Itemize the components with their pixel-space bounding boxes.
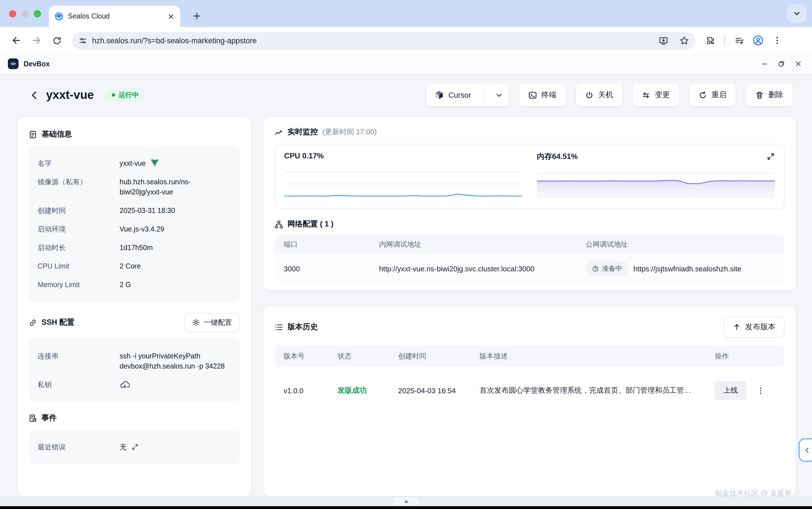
basic-info-panel: 名字 yxxt-vue 镜像源（私有） hub.hzh.sealos.run/n… <box>29 146 240 302</box>
url-text[interactable]: hzh.sealos.run/?s=bd-sealos-marketing-ap… <box>92 36 650 45</box>
version-history-card: 版本历史 发布版本 版本号 状态 创建时间 版本描述 操作 v1.0.0 发版成… <box>263 306 796 497</box>
bottom-dock-bar <box>0 496 812 506</box>
row-label: 创建时间 <box>38 205 119 215</box>
info-row-memory: Memory Limit 2 G <box>38 275 231 294</box>
memory-chart[interactable]: 内存64.51% <box>537 152 775 201</box>
network-table-row: 3000 http://yxxt-vue.ns-biwi20jg.svc.clu… <box>275 254 784 283</box>
monitor-chart-icon <box>275 128 283 136</box>
external-address-value[interactable]: https://jsjtswfniadh.sealoshzh.site <box>633 264 741 273</box>
delete-button[interactable]: 删除 <box>746 83 793 107</box>
events-title: 事件 <box>41 413 57 423</box>
external-address-column-header: 公网调试地址 <box>577 240 784 249</box>
basic-info-header: 基础信息 <box>29 129 240 139</box>
row-label: CPU Limit <box>38 261 119 271</box>
tab-search-button[interactable] <box>787 4 806 23</box>
profile-avatar-icon[interactable] <box>750 32 767 49</box>
install-app-icon[interactable] <box>655 33 671 48</box>
one-click-config-label: 一键配置 <box>204 318 232 327</box>
list-icon <box>275 323 283 331</box>
screen-bottom-strip <box>0 506 812 509</box>
version-number-value: v1.0.0 <box>275 386 328 395</box>
memory-usage-label: 内存64.51% <box>537 152 775 162</box>
cpu-limit-value: 2 Core <box>119 261 141 271</box>
question-circle-icon <box>592 265 599 272</box>
browser-tab[interactable]: Sealos Cloud <box>49 6 180 27</box>
split-divider <box>484 88 484 102</box>
basic-info-title: 基础信息 <box>41 129 72 139</box>
browser-menu-icon[interactable] <box>769 32 786 49</box>
media-controls-icon[interactable] <box>731 32 747 49</box>
cpu-chart[interactable]: CPU 0.17% <box>284 152 522 201</box>
version-table-row: v1.0.0 发版成功 2025-04-03 16:54 首次发布圆心学堂教务管… <box>275 367 784 414</box>
app-titlebar: </> DevBox <box>0 54 812 74</box>
back-button[interactable] <box>8 32 25 49</box>
minimize-window-button[interactable] <box>21 10 29 17</box>
close-tab-icon[interactable] <box>167 13 175 20</box>
preparing-badge-label: 准备中 <box>602 264 622 273</box>
terminal-button[interactable]: 终端 <box>519 83 566 107</box>
restart-button[interactable]: 重启 <box>689 83 736 107</box>
shutdown-button[interactable]: 关机 <box>575 83 623 107</box>
ide-dropdown-caret[interactable] <box>489 84 509 106</box>
change-button[interactable]: 变更 <box>632 83 679 107</box>
uptime-value: 1d17h50m <box>119 242 153 252</box>
row-label: 名字 <box>38 158 119 168</box>
info-card: 基础信息 名字 yxxt-vue 镜像源（私有） hub.hzh.sealos.… <box>17 116 252 497</box>
open-in-ide-button[interactable]: Cursor <box>426 83 509 107</box>
extensions-icon[interactable] <box>702 32 719 49</box>
events-header: 事件 <box>29 413 240 423</box>
row-more-menu-icon[interactable] <box>755 385 766 396</box>
expand-error-icon[interactable] <box>131 443 138 450</box>
window-controls <box>756 56 806 72</box>
ssh-private-key-row: 私钥 <box>38 375 231 394</box>
recent-error-value: 无 <box>119 442 127 452</box>
recent-error-row: 最近错误 无 <box>38 438 231 456</box>
network-title: 网络配置 ( 1 ) <box>287 219 333 229</box>
page-header: yxxt-vue 运行中 Cursor <box>27 83 793 107</box>
download-private-key-icon[interactable] <box>119 379 130 389</box>
go-online-button[interactable]: 上线 <box>715 381 746 400</box>
document-icon <box>29 130 37 138</box>
forward-button[interactable] <box>28 32 45 49</box>
internal-address-value[interactable]: http://yxxt-vue.ns-biwi20jg.svc.cluster.… <box>370 264 577 273</box>
restart-button-label: 重启 <box>711 90 727 100</box>
window-traffic-lights <box>9 10 41 17</box>
internal-address-column-header: 内网调试地址 <box>370 240 577 249</box>
dock-expand-button[interactable] <box>392 497 420 506</box>
version-column-header: 版本号 <box>275 351 328 361</box>
side-panel-toggle[interactable] <box>799 438 812 462</box>
address-bar[interactable]: hzh.sealos.run/?s=bd-sealos-marketing-ap… <box>72 32 695 49</box>
close-window-button[interactable] <box>9 10 16 17</box>
gear-icon <box>192 318 200 327</box>
restore-icon[interactable] <box>773 56 789 72</box>
shutdown-button-label: 关机 <box>598 90 613 100</box>
release-version-label: 发布版本 <box>745 322 776 332</box>
version-history-title: 版本历史 <box>287 322 318 332</box>
page-title: yxxt-vue <box>46 88 94 102</box>
network-table-header: 端口 内网调试地址 公网调试地址 <box>275 235 784 254</box>
new-tab-button[interactable] <box>189 8 204 24</box>
one-click-config-button[interactable]: 一键配置 <box>184 313 240 332</box>
ssh-connection-value[interactable]: ssh -i yourPrivateKeyPath devbox@hzh.sea… <box>119 351 231 371</box>
terminal-button-label: 终端 <box>541 90 557 100</box>
close-icon[interactable] <box>789 56 806 72</box>
vue-logo-icon <box>150 160 158 167</box>
expand-monitoring-icon[interactable] <box>765 151 776 162</box>
devbox-detail-page: yxxt-vue 运行中 Cursor <box>0 74 812 506</box>
monitoring-title: 实时监控 <box>287 127 318 137</box>
sealos-favicon <box>55 12 64 21</box>
browser-tabstrip: Sealos Cloud <box>0 0 812 27</box>
reload-button[interactable] <box>48 32 65 49</box>
monitoring-chart-panel: CPU 0.17% 内存64.51% <box>275 144 784 209</box>
tab-title: Sealos Cloud <box>68 12 163 20</box>
zoom-window-button[interactable] <box>34 10 41 17</box>
monitoring-update-time: (更新时间 17:00) <box>322 127 377 137</box>
bookmark-star-icon[interactable] <box>676 33 692 48</box>
page-back-button[interactable] <box>27 88 41 102</box>
release-version-button[interactable]: 发布版本 <box>724 316 784 338</box>
info-row-image: 镜像源（私有） hub.hzh.sealos.run/ns-biwi20jg/y… <box>38 172 231 201</box>
network-icon <box>275 220 283 228</box>
site-settings-icon[interactable] <box>79 36 87 45</box>
version-description-value: 首次发布圆心学堂教务管理系统，完成首页、部门管理和员工管理模块... <box>470 385 706 396</box>
minimize-icon[interactable] <box>756 56 773 72</box>
